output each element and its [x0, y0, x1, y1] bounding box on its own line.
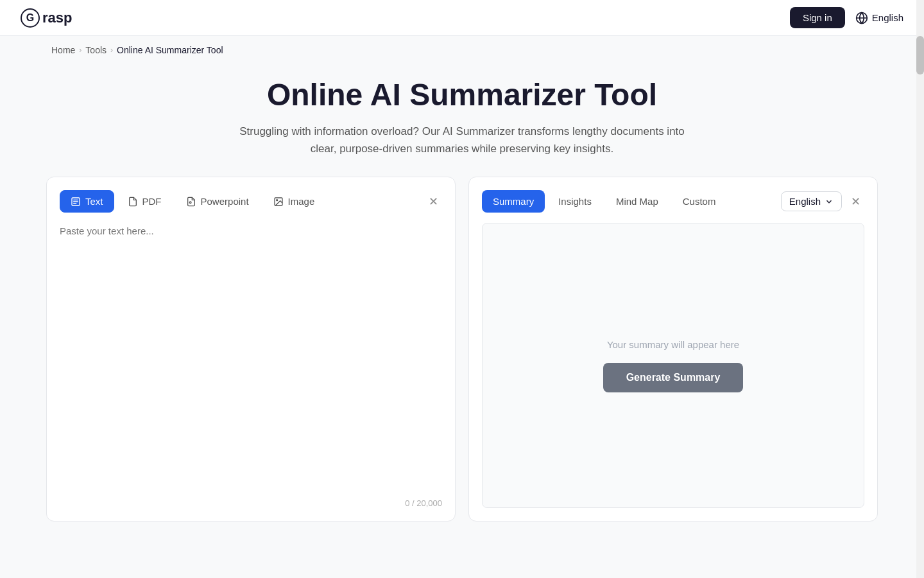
logo-icon: G [21, 8, 40, 28]
logo[interactable]: G rasp [21, 8, 72, 28]
pdf-icon [128, 197, 138, 207]
tab-insights-label: Insights [558, 196, 592, 207]
powerpoint-icon [186, 197, 196, 207]
left-panel-close[interactable]: ✕ [425, 193, 442, 210]
left-panel: Text PDF Powerpoint [46, 177, 456, 521]
tab-custom[interactable]: Custom [672, 190, 727, 213]
char-count: 0 / 20,000 [405, 498, 442, 508]
svg-point-2 [189, 202, 191, 204]
tab-pdf[interactable]: PDF [117, 190, 173, 213]
tab-summary-label: Summary [493, 196, 534, 207]
breadcrumb-current: Online AI Summarizer Tool [117, 45, 223, 55]
tab-text-label: Text [85, 196, 103, 207]
svg-point-4 [276, 200, 277, 201]
logo-text: rasp [42, 10, 72, 26]
language-dropdown-wrap: English ✕ [781, 191, 864, 211]
globe-icon [855, 12, 868, 24]
tab-image-label: Image [288, 196, 315, 207]
tab-pdf-label: PDF [142, 196, 162, 207]
tool-area: Text PDF Powerpoint [0, 177, 924, 521]
output-language-dropdown[interactable]: English [781, 191, 842, 211]
scrollbar-thumb[interactable] [916, 36, 924, 74]
output-area: Your summary will appear here Generate S… [482, 223, 864, 508]
scrollbar[interactable] [916, 0, 924, 578]
breadcrumb-sep-1: › [79, 46, 81, 55]
breadcrumb-tools[interactable]: Tools [85, 45, 107, 55]
image-icon [273, 197, 284, 207]
tab-image[interactable]: Image [262, 190, 326, 213]
input-tab-bar: Text PDF Powerpoint [60, 190, 442, 213]
text-input[interactable] [60, 223, 442, 505]
tab-powerpoint[interactable]: Powerpoint [175, 190, 260, 213]
tab-insights[interactable]: Insights [547, 190, 603, 213]
text-area-wrap: 0 / 20,000 [60, 223, 442, 508]
right-panel: Summary Insights Mind Map Custom English… [468, 177, 878, 521]
chevron-down-icon [825, 197, 834, 206]
breadcrumb-sep-2: › [110, 46, 113, 55]
breadcrumb-home[interactable]: Home [51, 45, 75, 55]
language-selector[interactable]: English [855, 12, 903, 24]
header-language-label: English [872, 12, 903, 23]
sign-in-button[interactable]: Sign in [790, 7, 845, 28]
output-tab-bar: Summary Insights Mind Map Custom English… [482, 190, 864, 213]
generate-summary-button[interactable]: Generate Summary [603, 363, 744, 392]
tab-powerpoint-label: Powerpoint [201, 196, 249, 207]
page-title: Online AI Summarizer Tool [26, 77, 898, 112]
hero-description: Struggling with information overload? Ou… [237, 123, 687, 157]
header: G rasp Sign in English [0, 0, 924, 36]
tab-summary[interactable]: Summary [482, 190, 545, 213]
breadcrumb: Home › Tools › Online AI Summarizer Tool [0, 36, 924, 64]
tab-custom-label: Custom [683, 196, 716, 207]
right-panel-close[interactable]: ✕ [847, 192, 864, 211]
header-actions: Sign in English [790, 7, 903, 28]
text-icon [71, 197, 81, 207]
tab-mindmap[interactable]: Mind Map [605, 190, 669, 213]
output-placeholder: Your summary will appear here [607, 339, 739, 350]
tab-mindmap-label: Mind Map [616, 196, 658, 207]
output-language-label: English [789, 196, 821, 207]
tab-text[interactable]: Text [60, 190, 114, 213]
hero-section: Online AI Summarizer Tool Struggling wit… [0, 64, 924, 177]
